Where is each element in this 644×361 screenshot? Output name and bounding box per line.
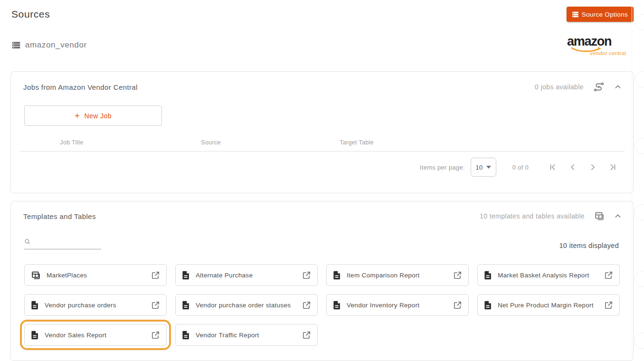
search-field[interactable] — [24, 238, 101, 249]
collapse-chevron-up-icon[interactable] — [614, 83, 622, 91]
page-title: Sources — [10, 9, 50, 20]
templates-panel: Templates and Tables 10 templates and ta… — [10, 201, 634, 361]
open-in-new-icon[interactable] — [453, 301, 462, 310]
template-card[interactable]: Vendor purchase order statuses — [175, 294, 318, 316]
pipeline-icon[interactable] — [593, 81, 605, 93]
server-stack-icon — [571, 10, 579, 19]
template-card-label: Net Pure Product Margin Report — [498, 302, 598, 309]
sources-page: Sources Source Options amazon_vendor ama… — [0, 0, 644, 361]
template-card-label: MarketPlaces — [47, 272, 145, 279]
jobs-pagination: Items per page: 10 0 of 0 — [19, 158, 625, 177]
jobs-panel: Jobs from Amazon Vendor Central 0 jobs a… — [10, 71, 634, 193]
table-icon — [31, 270, 41, 280]
source-name-wrap: amazon_vendor — [11, 40, 87, 50]
background-pattern — [632, 0, 644, 361]
template-card[interactable]: Vendor Inventory Report — [326, 294, 469, 316]
template-card-label: Vendor purchase orders — [45, 302, 145, 309]
top-bar: Sources Source Options — [10, 0, 634, 22]
open-in-new-icon[interactable] — [302, 301, 311, 310]
column-job-title: Job Title — [19, 139, 124, 146]
new-job-label: New Job — [85, 112, 112, 120]
jobs-availability: 0 jobs available — [535, 83, 584, 91]
document-icon — [182, 271, 190, 280]
template-card-label: Market Basket Analysis Report — [498, 272, 598, 279]
new-job-button[interactable]: + New Job — [24, 105, 162, 126]
open-in-new-icon[interactable] — [604, 301, 613, 310]
template-card[interactable]: MarketPlaces — [24, 264, 167, 286]
jobs-panel-title: Jobs from Amazon Vendor Central — [23, 83, 138, 91]
document-icon — [484, 301, 492, 310]
source-options-button[interactable]: Source Options — [567, 7, 634, 22]
open-in-new-icon[interactable] — [151, 271, 160, 280]
first-page-button[interactable] — [549, 163, 557, 171]
column-target-table: Target Table — [298, 139, 416, 146]
document-icon — [333, 301, 341, 310]
source-options-label: Source Options — [582, 11, 628, 18]
templates-availability: 10 templates and tables available — [480, 212, 585, 220]
template-card-label: Vendor Sales Report — [45, 332, 145, 339]
template-card[interactable]: Vendor purchase orders — [24, 294, 167, 316]
items-displayed-label: 10 items displayed — [559, 242, 619, 249]
document-icon — [484, 271, 492, 280]
amazon-wordmark: amazon — [567, 35, 625, 48]
template-card-label: Vendor purchase order statuses — [196, 302, 296, 309]
page-size-value: 10 — [475, 164, 483, 171]
template-card-label: Vendor Traffic Report — [196, 332, 296, 339]
document-icon — [182, 331, 190, 340]
template-card-label: Vendor Inventory Report — [347, 302, 447, 309]
template-card-label: Alternate Purchase — [196, 272, 296, 279]
template-card[interactable]: Vendor Traffic Report — [175, 324, 318, 346]
table-view-icon[interactable] — [594, 211, 605, 221]
open-in-new-icon[interactable] — [453, 271, 462, 280]
items-per-page-label: Items per page: — [420, 164, 465, 171]
document-icon — [333, 271, 341, 280]
next-page-button[interactable] — [588, 163, 597, 171]
jobs-table-header: Job Title Source Target Table — [19, 139, 625, 146]
template-card[interactable]: Item Comparison Report — [326, 264, 469, 286]
jobs-panel-header: Jobs from Amazon Vendor Central 0 jobs a… — [19, 72, 625, 93]
templates-search-input[interactable] — [34, 239, 95, 247]
column-source: Source — [124, 139, 298, 146]
dropdown-caret-icon — [486, 166, 491, 169]
page-range-label: 0 of 0 — [512, 164, 529, 171]
document-icon — [31, 331, 39, 340]
template-card[interactable]: Alternate Purchase — [175, 264, 318, 286]
document-icon — [182, 301, 190, 310]
document-icon — [31, 301, 39, 310]
templates-cards-grid: MarketPlaces Alternate Purchase Item Com… — [24, 264, 620, 346]
amazon-vendor-central-logo: amazon vendor central — [567, 35, 625, 55]
last-page-button[interactable] — [608, 163, 617, 171]
open-in-new-icon[interactable] — [302, 271, 311, 280]
collapse-chevron-up-icon[interactable] — [614, 212, 622, 220]
open-in-new-icon[interactable] — [604, 271, 613, 280]
templates-panel-header: Templates and Tables 10 templates and ta… — [19, 201, 625, 221]
search-row: 10 items displayed — [19, 238, 625, 249]
server-stack-icon — [11, 40, 21, 50]
templates-panel-title: Templates and Tables — [23, 212, 96, 220]
search-icon — [24, 238, 31, 247]
source-name: amazon_vendor — [25, 40, 87, 50]
page-size-select[interactable]: 10 — [471, 158, 496, 177]
previous-page-button[interactable] — [568, 163, 577, 171]
table-divider — [19, 151, 625, 152]
source-row: amazon_vendor amazon vendor central — [10, 35, 634, 55]
vendor-central-label: vendor central — [590, 50, 626, 56]
open-in-new-icon[interactable] — [151, 331, 160, 340]
open-in-new-icon[interactable] — [151, 301, 160, 310]
template-card[interactable]: Vendor Sales Report — [24, 324, 167, 346]
template-card-label: Item Comparison Report — [347, 272, 447, 279]
template-card[interactable]: Market Basket Analysis Report — [477, 264, 620, 286]
template-card[interactable]: Net Pure Product Margin Report — [477, 294, 620, 316]
open-in-new-icon[interactable] — [302, 331, 311, 340]
